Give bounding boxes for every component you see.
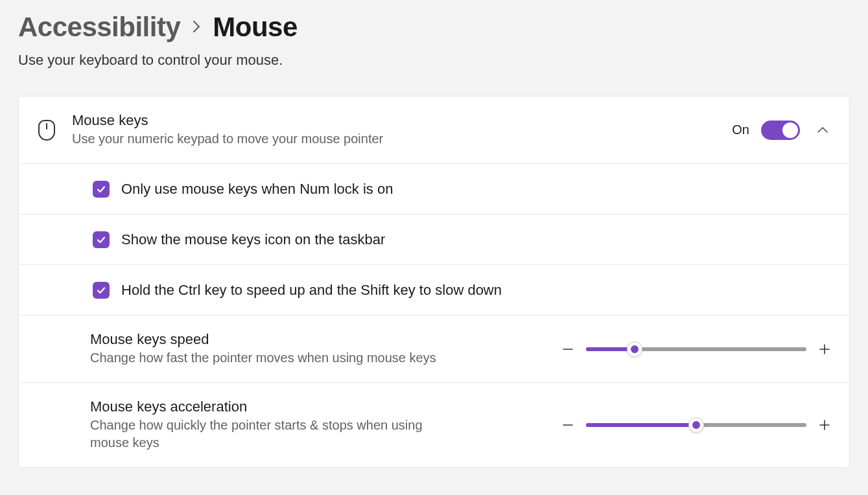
breadcrumb: Accessibility Mouse xyxy=(18,12,850,43)
ctrlshift-checkbox[interactable] xyxy=(93,282,110,299)
mouse-keys-header[interactable]: Mouse keys Use your numeric keypad to mo… xyxy=(19,97,849,164)
accel-slider[interactable] xyxy=(586,417,806,433)
breadcrumb-parent[interactable]: Accessibility xyxy=(18,12,180,43)
speed-row: Mouse keys speed Change how fast the poi… xyxy=(19,316,849,383)
toggle-state-label: On xyxy=(732,122,749,137)
ctrlshift-option-row: Hold the Ctrl key to speed up and the Sh… xyxy=(19,265,849,316)
accel-title: Mouse keys acceleration xyxy=(90,398,456,415)
chevron-right-icon xyxy=(192,18,201,38)
chevron-up-icon[interactable] xyxy=(812,126,834,134)
taskbar-option-row: Show the mouse keys icon on the taskbar xyxy=(19,214,849,265)
mouse-keys-desc: Use your numeric keypad to move your mou… xyxy=(72,130,732,148)
numlock-option-row: Only use mouse keys when Num lock is on xyxy=(19,164,849,214)
ctrlshift-label: Hold the Ctrl key to speed up and the Sh… xyxy=(121,282,502,299)
speed-slider-thumb[interactable] xyxy=(627,341,642,357)
speed-slider[interactable] xyxy=(586,341,806,357)
taskbar-label: Show the mouse keys icon on the taskbar xyxy=(121,231,385,248)
accel-plus-button[interactable] xyxy=(815,416,834,434)
speed-minus-button[interactable] xyxy=(559,340,577,358)
taskbar-checkbox[interactable] xyxy=(93,231,110,248)
accel-desc: Change how quickly the pointer starts & … xyxy=(90,417,456,452)
mouse-icon xyxy=(34,120,72,141)
settings-card: Mouse keys Use your numeric keypad to mo… xyxy=(18,96,850,468)
accel-slider-thumb[interactable] xyxy=(688,417,704,433)
numlock-checkbox[interactable] xyxy=(93,181,110,198)
speed-plus-button[interactable] xyxy=(815,340,834,358)
numlock-label: Only use mouse keys when Num lock is on xyxy=(121,181,393,198)
speed-desc: Change how fast the pointer moves when u… xyxy=(90,349,456,367)
breadcrumb-current: Mouse xyxy=(213,12,298,43)
accel-row: Mouse keys acceleration Change how quick… xyxy=(19,383,849,467)
mouse-keys-title: Mouse keys xyxy=(72,112,732,129)
accel-slider-fill xyxy=(586,423,696,427)
mouse-keys-toggle[interactable] xyxy=(761,121,800,140)
accel-minus-button[interactable] xyxy=(559,416,577,434)
page-subtitle: Use your keyboard to control your mouse. xyxy=(18,52,850,69)
speed-title: Mouse keys speed xyxy=(90,331,456,348)
